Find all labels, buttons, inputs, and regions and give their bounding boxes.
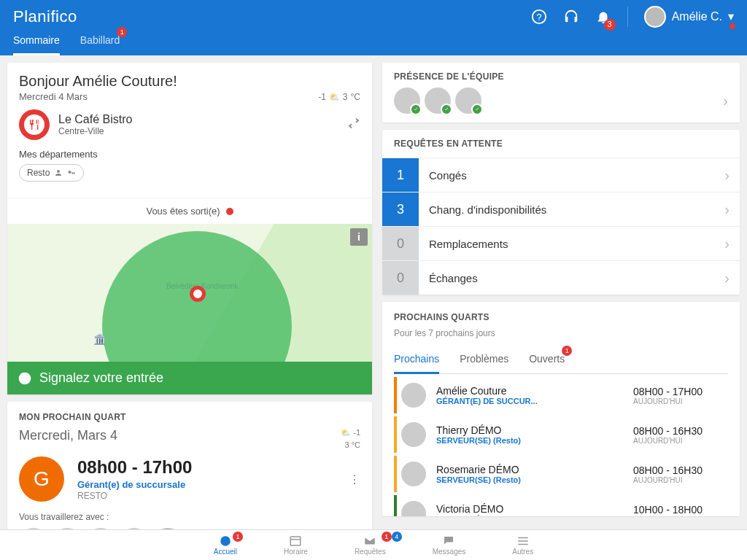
requests-card: REQUÊTES EN ATTENTE 1Congés›3Chang. d'in… [382, 130, 740, 295]
chevron-right-icon: › [724, 270, 740, 287]
tab-badge: 1 [562, 346, 572, 356]
next-shift-weather: ⛅-1 3°C [341, 428, 360, 449]
chevron-right-icon: › [724, 201, 740, 218]
shift-day: AUJOURD'HUI [633, 437, 728, 445]
request-count: 3 [382, 192, 419, 226]
dept-chip[interactable]: Resto [19, 164, 84, 182]
avatar [401, 383, 426, 408]
avatar [401, 422, 426, 447]
avatar [401, 501, 426, 516]
avatar [401, 462, 426, 486]
request-row[interactable]: 1Congés› [382, 158, 740, 192]
svg-point-2 [220, 536, 231, 546]
svg-text:?: ? [536, 11, 541, 22]
check-icon [410, 104, 422, 115]
request-row[interactable]: 0Remplacements› [382, 226, 740, 260]
check-icon [471, 104, 483, 115]
next-shift-date: Mercredi, Mars 4 [19, 428, 117, 443]
map-info-button[interactable]: i [350, 228, 368, 246]
nav-messages[interactable]: Messages [433, 534, 466, 556]
presence-avatar [455, 88, 481, 114]
shift-role: GÉRANT(E) DE SUCCUR... [436, 397, 623, 405]
tab-babillard[interactable]: Babillard1 [80, 28, 120, 55]
upcoming-card: PROCHAINS QUARTS Pour les 7 prochains jo… [382, 302, 740, 516]
shift-row[interactable]: Amélie CoutureGÉRANT(E) DE SUCCUR...08H0… [394, 377, 728, 413]
requests-heading: REQUÊTES EN ATTENTE [382, 130, 740, 158]
shift-day: AUJOURD'HUI [633, 516, 728, 517]
upcoming-heading: PROCHAINS QUARTS [394, 312, 728, 322]
greeting-date: Mercredi 4 Mars [19, 91, 88, 102]
shift-time: 10H00 - 18H00 [633, 504, 728, 516]
chevron-right-icon: › [724, 236, 740, 252]
cowork-label: Vous travaillerez avec : [19, 512, 360, 522]
shift-dept: RESTO [77, 491, 192, 501]
topbar: Planifico ? 3 Amélie C. ▾ Sommaire Babil… [0, 0, 747, 55]
shift-role: SERVEUR(SE) (Resto) [436, 475, 623, 484]
help-icon[interactable]: ? [531, 9, 547, 25]
headset-icon[interactable] [563, 9, 579, 25]
depts-label: Mes départements [19, 149, 360, 160]
shift-row[interactable]: Rosemarie DÉMOSERVEUR(SE) (Resto)08H00 -… [394, 456, 728, 492]
shift-time: 08H00 - 16H30 [633, 464, 728, 476]
presence-avatar [425, 88, 451, 114]
nav-requests[interactable]: 1 4 Requêtes [355, 534, 386, 556]
presence-avatar [394, 88, 420, 114]
shift-day: AUJOURD'HUI [633, 397, 728, 405]
nav-home[interactable]: 1 Accueil [214, 534, 237, 556]
nav-badge: 1 [382, 532, 392, 542]
venue-area: Centre-Ville [58, 126, 132, 136]
request-label: Remplacements [419, 238, 724, 250]
swap-icon[interactable] [347, 117, 360, 133]
more-button[interactable]: ⋮ [349, 472, 360, 486]
shift-name: Amélie Couture [436, 385, 623, 397]
venue-icon [19, 109, 50, 140]
tab-problemes[interactable]: Problèmes [460, 347, 508, 373]
tab-summary[interactable]: Sommaire [13, 28, 60, 55]
presence-card[interactable]: PRÉSENCE DE L'ÉQUIPE › [382, 63, 740, 122]
map[interactable]: Belvédère Kondiaronk i 🏛️ [7, 224, 372, 362]
status-dot-icon [226, 208, 233, 215]
nav-badge: 1 [233, 532, 243, 542]
request-label: Chang. d'indisponibilités [419, 203, 724, 216]
chevron-right-icon: › [723, 93, 728, 109]
shift-role[interactable]: Gérant(e) de succursale [77, 479, 192, 490]
request-row[interactable]: 0Échanges› [382, 260, 740, 295]
next-shift-card: MON PROCHAIN QUART Mercredi, Mars 4 ⛅-1 … [7, 402, 372, 529]
check-icon [441, 104, 452, 115]
shift-name: Victoria DÉMO [436, 503, 623, 515]
shift-row[interactable]: Victoria DÉMOASSIST.-GÉRANT(E) (Re...10H… [394, 495, 728, 516]
tab-badge: 1 [117, 27, 127, 37]
weather: -1⛅3°C [318, 92, 360, 102]
tab-prochains[interactable]: Prochains [394, 347, 439, 374]
chevron-down-icon: ▾ [728, 9, 734, 23]
avatar [644, 6, 666, 28]
shift-row[interactable]: Thierry DÉMOSERVEUR(SE) (Resto)08H00 - 1… [394, 416, 728, 453]
request-row[interactable]: 3Chang. d'indisponibilités› [382, 192, 740, 226]
shift-role: ASSIST.-GÉRANT(E) (Re... [436, 515, 623, 516]
user-name: Amélie C. [672, 10, 722, 23]
nav-schedule[interactable]: Horaire [284, 534, 308, 556]
request-count: 0 [382, 227, 419, 260]
person-icon [54, 168, 63, 177]
svg-rect-3 [291, 537, 301, 545]
upcoming-sub: Pour les 7 prochains jours [394, 328, 728, 338]
request-label: Congés [419, 169, 724, 182]
greeting-title: Bonjour Amélie Couture! [19, 73, 360, 90]
user-menu[interactable]: Amélie C. ▾ [644, 6, 734, 28]
clock-icon [18, 371, 32, 386]
bell-icon[interactable]: 3 [595, 9, 611, 25]
notif-badge: 3 [604, 19, 616, 31]
shift-name: Thierry DÉMO [436, 424, 623, 436]
nav-badge: 4 [392, 532, 402, 542]
chevron-right-icon: › [724, 167, 740, 184]
nav-others[interactable]: Autres [512, 534, 533, 556]
bottom-nav: 1 Accueil Horaire 1 4 Requêtes Messages … [0, 529, 747, 560]
shift-time: 08H00 - 16H30 [633, 425, 728, 437]
shift-day: AUJOURD'HUI [633, 476, 728, 484]
venue-name: Le Café Bistro [58, 113, 132, 126]
tab-ouverts[interactable]: Ouverts1 [529, 347, 565, 373]
shift-role: SERVEUR(SE) (Resto) [436, 436, 623, 445]
request-count: 1 [382, 158, 419, 192]
clock-in-button[interactable]: Signalez votre entrée [7, 362, 372, 394]
request-count: 0 [382, 261, 419, 295]
